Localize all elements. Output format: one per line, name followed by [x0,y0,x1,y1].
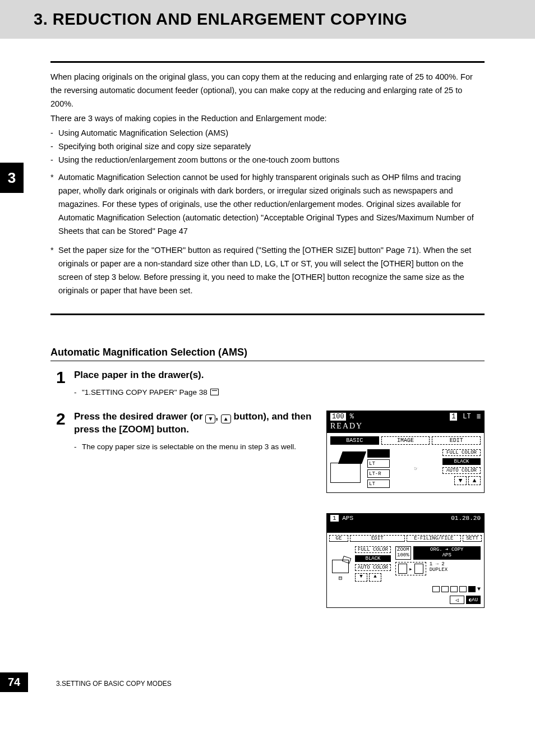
step-subtext: The copy paper size is selectable on the… [74,441,315,453]
auto-button[interactable]: ◐AU [466,596,481,604]
color-full-button[interactable]: FULL COLOR [442,449,481,456]
orig-copy-button[interactable]: ORG. ➔ COPY APS [413,546,481,560]
tab-sett[interactable]: SETT [463,535,482,542]
notes-list: Automatic Magnification Selection cannot… [50,171,485,297]
tab-efiling[interactable]: E-FILING/FILE [407,535,462,542]
zoom-value: 100 [330,413,346,421]
up-button[interactable]: ▲ [468,476,481,485]
way-item: Using Automatic Magnification Selection … [50,127,485,140]
step-title: Press the desired drawer (or ▼, ▲ button… [74,411,315,436]
copy-count: 1 [330,515,339,522]
way-item: Specifying both original size and copy s… [50,140,485,154]
down-button[interactable]: ▼ [454,476,467,485]
chapter-title: 3. REDUCTION AND ENLARGEMENT COPYING [34,10,535,29]
tray-button[interactable]: LT [367,459,390,468]
tray-icon: ≣ [477,412,481,421]
tab-ge[interactable]: GE [329,535,348,542]
zoom-button[interactable]: ZOOM 100% [395,546,411,560]
down-button[interactable]: ▼ [355,573,367,582]
simplex-duplex-icon[interactable]: ▸ [395,562,426,575]
step-number: 1 [56,369,74,401]
tray-button[interactable]: LT-R [367,469,390,478]
intro-paragraph-1: When placing originals on the original g… [50,71,485,111]
tab-image[interactable]: IMAGE [381,436,430,445]
chapter-header: 3. REDUCTION AND ENLARGEMENT COPYING [0,0,535,39]
footer-text: 3.SETTING OF BASIC COPY MODES [56,680,172,688]
intro-paragraph-2: There are 3 ways of making copies in the… [50,112,485,126]
color-auto-button[interactable]: AUTO COLOR [442,467,481,474]
step-title: Place paper in the drawer(s). [74,369,485,382]
up-button[interactable]: ▲ [369,573,381,582]
up-arrow-icon: ▲ [221,414,231,423]
section-heading: Automatic Magnification Selection (AMS) [50,347,485,361]
side-tab-chapter-number: 3 [0,163,24,193]
book-icon [210,389,219,395]
status-ready: READY [327,422,484,433]
color-auto-button[interactable]: AUTO COLOR [355,564,391,571]
note-item: Automatic Magnification Selection cannot… [50,171,485,238]
hand-icon: ☞ [414,465,418,472]
mode-label: APS [342,515,353,522]
scroll-down-icon: ▼ [477,586,481,592]
step-1: 1 Place paper in the drawer(s). "1.SETTI… [56,369,485,401]
duplex-label: 1 → 2 DUPLEX [430,562,448,575]
tab-edit[interactable]: EDIT [350,535,405,542]
step-number: 2 [56,411,74,608]
copier-icon: ⊟ [330,546,350,582]
tray-button[interactable]: LT [367,480,390,488]
intro-block: When placing originals on the original g… [50,61,485,315]
step-2: 2 Press the desired drawer (or ▼, ▲ butt… [56,411,485,608]
tray-list: LT LT-R LT [367,449,390,488]
slider-button[interactable]: ◁ [450,596,464,604]
way-item: Using the reduction/enlargement zoom but… [50,154,485,167]
tab-edit[interactable]: EDIT [432,436,481,445]
color-black-button[interactable]: BLACK [442,458,481,465]
control-panel-screenshot-1: 100 % 1 LT ≣ READY BASIC IMAGE EDIT [326,411,485,493]
timestamp: 01.28.20 [451,515,481,522]
down-arrow-icon: ▼ [205,414,215,423]
tab-basic[interactable]: BASIC [330,436,379,445]
page-footer: 74 3.SETTING OF BASIC COPY MODES [0,664,535,692]
color-black-button[interactable]: BLACK [355,555,391,562]
note-item: Set the paper size for the "OTHER" butto… [50,244,485,298]
printer-icon [330,449,364,483]
step-subtext: "1.SETTING COPY PAPER" Page 38 [74,386,485,399]
color-full-button[interactable]: FULL COLOR [355,546,391,553]
page-number: 74 [0,672,28,692]
ways-list: Using Automatic Magnification Selection … [50,127,485,167]
control-panel-screenshot-2: 1 APS 01.28.20 GE EDIT E-FILING/FILE SET… [326,513,485,608]
paper-indicator: LT [463,413,471,421]
copy-count: 1 [450,413,457,421]
